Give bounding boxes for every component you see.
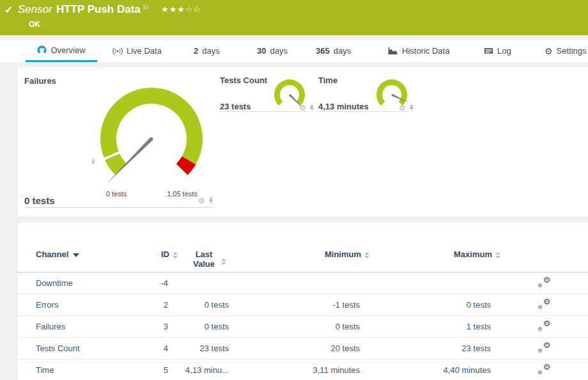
- column-header-maximum[interactable]: Maximum: [369, 223, 500, 272]
- channel-name[interactable]: Downtime: [18, 272, 146, 294]
- table-row-downtime: Downtime -4 ⚙⚙: [18, 272, 588, 294]
- tab-365-days[interactable]: 365 days: [316, 40, 351, 62]
- channel-name[interactable]: Failures: [18, 315, 146, 337]
- sort-icon: [364, 252, 369, 258]
- tab-bar: Overview Live Data 2 days 30 days 365 da…: [0, 40, 588, 62]
- sort-icon: [495, 252, 500, 258]
- pin-icon[interactable]: [309, 104, 315, 112]
- table-row-tests-count: Tests Count 4 23 tests 20 tests 23 tests…: [18, 337, 588, 359]
- tab-label: Overview: [50, 45, 85, 55]
- sensor-header: ✓ SensorHTTP Push Data⚐ ★★★☆☆ OK: [0, 0, 588, 35]
- column-header-channel[interactable]: Channel: [18, 223, 146, 272]
- failures-gauge: x̄: [91, 78, 212, 200]
- channel-maximum: 0 tests: [369, 294, 500, 315]
- channel-minimum: [238, 272, 369, 294]
- average-marker-label: x̄: [91, 157, 95, 165]
- tab-label: Settings: [557, 46, 587, 56]
- channel-id: 2: [146, 294, 178, 315]
- tab-label: Log: [497, 46, 511, 56]
- table-row-time: Time 5 4,13 minu... 3,11 minutes 4,40 mi…: [18, 359, 588, 380]
- time-card-title: Time: [318, 75, 337, 85]
- channel-id: -4: [146, 272, 178, 294]
- divider: [24, 207, 214, 208]
- tab-settings[interactable]: ⚙ Settings: [545, 40, 587, 62]
- channel-name[interactable]: Time: [18, 359, 146, 380]
- channel-name[interactable]: Tests Count: [18, 337, 146, 359]
- channel-maximum: [369, 272, 500, 294]
- flag-icon[interactable]: ⚐: [143, 3, 150, 12]
- column-header-actions: [500, 223, 588, 272]
- tab-label: days: [202, 46, 219, 56]
- gauge-icon: [37, 45, 47, 55]
- channels-table: Channel ID Last Value Minimum Maximum: [18, 223, 588, 380]
- failures-card-actions: ⚙: [198, 197, 214, 205]
- column-header-last-value[interactable]: Last Value: [178, 223, 238, 272]
- page-title: HTTP Push Data: [56, 3, 141, 15]
- tab-overview[interactable]: Overview: [26, 40, 97, 62]
- column-header-minimum[interactable]: Minimum: [238, 223, 369, 272]
- channel-minimum: 3,11 minutes: [238, 359, 369, 380]
- gauge-scale-max: 1,05 tests: [167, 190, 197, 198]
- sort-icon: [173, 252, 178, 258]
- channel-settings-icon[interactable]: ⚙⚙: [538, 320, 551, 331]
- sort-icon: [221, 258, 226, 265]
- tab-2-days[interactable]: 2 days: [194, 40, 220, 62]
- tests-count-current-value: 23 tests: [220, 102, 251, 111]
- sort-desc-icon: [73, 253, 79, 257]
- table-header-row: Channel ID Last Value Minimum Maximum: [18, 223, 588, 272]
- channel-id: 5: [146, 359, 178, 380]
- tab-label: days: [334, 46, 351, 56]
- status-check-icon: ✓: [4, 4, 13, 16]
- channel-settings-icon[interactable]: ⚙⚙: [538, 276, 551, 288]
- channel-last-value: 0 tests: [178, 294, 238, 315]
- pin-icon[interactable]: [208, 197, 214, 205]
- channel-id: 3: [146, 315, 178, 337]
- table-row-errors: Errors 2 0 tests -1 tests 0 tests ⚙⚙: [18, 294, 588, 315]
- channels-panel: Channel ID Last Value Minimum Maximum: [18, 223, 588, 380]
- tab-number: 30: [257, 46, 266, 56]
- tab-label: Live Data: [127, 46, 162, 56]
- channel-id: 4: [146, 337, 178, 359]
- log-icon: [484, 47, 493, 55]
- tab-number: 2: [194, 46, 198, 56]
- channel-last-value: 4,13 minu...: [178, 359, 238, 380]
- time-current-value: 4,13 minutes: [318, 102, 369, 111]
- tab-live-data[interactable]: Live Data: [112, 40, 162, 62]
- channel-name[interactable]: Errors: [18, 294, 146, 315]
- tab-30-days[interactable]: 30 days: [257, 40, 288, 62]
- live-data-icon: [112, 47, 123, 56]
- tab-label: days: [270, 46, 287, 56]
- gauges-panel: Failures x̄ 0 tests 1,05 tests 0 tests ⚙…: [18, 67, 588, 216]
- tab-label: Historic Data: [402, 46, 449, 56]
- sensor-title-line: SensorHTTP Push Data⚐: [18, 3, 150, 16]
- divider: [318, 111, 407, 112]
- tests-count-card-title: Tests Count: [220, 75, 267, 85]
- gauge-scale-min: 0 tests: [106, 190, 127, 198]
- failures-current-value: 0 tests: [24, 195, 55, 206]
- channel-minimum: -1 tests: [238, 294, 369, 315]
- table-row-failures: Failures 3 0 tests 0 tests 1 tests ⚙⚙: [18, 315, 588, 337]
- channel-minimum: 0 tests: [238, 315, 369, 337]
- channel-maximum: 4,40 minutes: [369, 359, 500, 380]
- tab-historic-data[interactable]: Historic Data: [387, 40, 449, 62]
- channel-last-value: [178, 272, 238, 294]
- tab-log[interactable]: Log: [484, 40, 511, 62]
- column-header-id[interactable]: ID: [146, 223, 178, 272]
- channel-settings-icon[interactable]: ⚙⚙: [538, 298, 551, 310]
- divider: [220, 111, 308, 112]
- historic-chart-icon: [387, 47, 398, 56]
- tab-number: 365: [316, 46, 330, 56]
- priority-stars[interactable]: ★★★☆☆: [161, 4, 201, 14]
- sensor-type-label: Sensor: [18, 3, 52, 15]
- channel-maximum: 1 tests: [369, 315, 500, 337]
- gear-icon[interactable]: ⚙: [198, 197, 205, 205]
- failures-card-title: Failures: [24, 76, 56, 86]
- channel-last-value: 23 tests: [178, 337, 238, 359]
- channel-settings-icon[interactable]: ⚙⚙: [538, 363, 551, 375]
- channel-last-value: 0 tests: [178, 315, 238, 337]
- channel-settings-icon[interactable]: ⚙⚙: [538, 342, 551, 353]
- status-badge: OK: [29, 20, 40, 29]
- channel-maximum: 23 tests: [369, 337, 500, 359]
- settings-gear-icon: ⚙: [545, 47, 553, 56]
- pin-icon[interactable]: [408, 104, 415, 112]
